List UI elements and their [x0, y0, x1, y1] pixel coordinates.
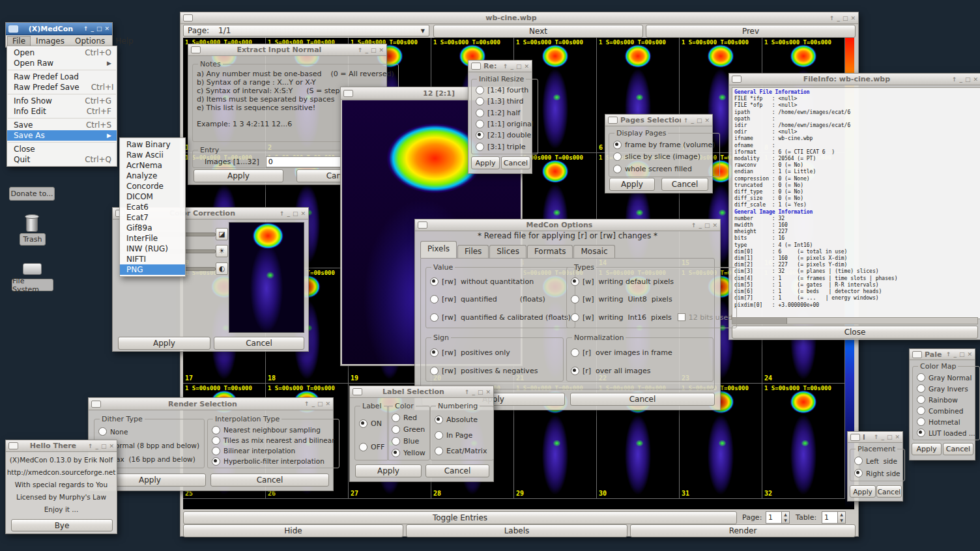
radio-icon[interactable]: [476, 120, 484, 128]
radio-option[interactable]: Green: [392, 425, 425, 434]
close-icon[interactable]: ✕: [895, 434, 900, 440]
radio-icon[interactable]: [917, 384, 925, 393]
scrollbar-thumb[interactable]: [732, 318, 787, 324]
minimize-icon[interactable]: _: [837, 15, 840, 21]
window-icon[interactable]: [8, 442, 18, 449]
radio-option[interactable]: [rw] positives only: [430, 348, 559, 357]
menu-item[interactable]: OpenCtrl+O: [7, 48, 117, 58]
gamma-icon[interactable]: ◪: [216, 228, 228, 240]
minimize-icon[interactable]: _: [472, 389, 475, 395]
submenu-item-concorde[interactable]: Concorde: [120, 181, 185, 191]
menu-item[interactable]: Raw Predef SaveCtrl+I: [7, 82, 117, 92]
cancel-button[interactable]: Cancel: [943, 443, 973, 455]
radio-option[interactable]: Gray Normal: [917, 373, 975, 382]
shade-icon[interactable]: ↑: [952, 76, 957, 83]
window-icon[interactable]: [418, 221, 427, 229]
menubar-item-help[interactable]: Help: [110, 36, 138, 46]
submenu-item-nifti[interactable]: NIFTI: [120, 254, 185, 264]
radio-option[interactable]: Right side: [854, 469, 901, 477]
radio-option[interactable]: Combined: [917, 406, 975, 415]
radio-icon[interactable]: [917, 406, 925, 415]
submenu-item-ecat6[interactable]: Ecat6: [120, 202, 185, 212]
minimize-icon[interactable]: _: [881, 434, 884, 440]
labels-button[interactable]: Labels: [406, 524, 627, 537]
hide-button[interactable]: Hide: [183, 524, 403, 537]
submenu-item-dicom[interactable]: DICOM: [120, 191, 185, 202]
radio-option[interactable]: [1:3] third: [476, 97, 534, 106]
radio-option[interactable]: Ecat/Matrix: [435, 447, 489, 455]
tab-formats[interactable]: Formats: [527, 245, 573, 258]
tab-mosaic[interactable]: Mosaic: [573, 245, 614, 258]
apply-button[interactable]: Apply: [194, 169, 283, 182]
close-icon[interactable]: ✕: [104, 25, 109, 32]
radio-icon[interactable]: [392, 449, 400, 457]
shade-icon[interactable]: ↑: [946, 351, 951, 358]
radio-icon[interactable]: [613, 141, 622, 149]
cancel-button[interactable]: Cancel: [501, 156, 530, 169]
spin-down-icon[interactable]: ▼: [838, 518, 845, 524]
radio-icon[interactable]: [212, 447, 220, 455]
maximize-icon[interactable]: □: [478, 389, 483, 395]
close-icon[interactable]: ✕: [524, 63, 529, 70]
window-icon[interactable]: [850, 434, 860, 441]
radio-option[interactable]: Left side: [854, 457, 901, 465]
radio-icon[interactable]: [854, 469, 863, 477]
radio-icon[interactable]: [613, 165, 622, 173]
close-icon[interactable]: ✕: [712, 222, 717, 229]
radio-option[interactable]: [w] writing Int16 pixels12 bits used: [571, 313, 732, 322]
menu-item[interactable]: SaveCtrl+S: [7, 120, 117, 130]
radio-icon[interactable]: [212, 457, 220, 466]
shade-icon[interactable]: ↑: [503, 63, 508, 70]
menu-item[interactable]: Info EditCtrl+F: [7, 106, 117, 117]
close-icon[interactable]: ✕: [379, 47, 384, 53]
menu-item[interactable]: QuitCtrl+Q: [7, 154, 117, 165]
shade-icon[interactable]: ↑: [280, 210, 285, 217]
window-icon[interactable]: [353, 388, 362, 395]
radio-icon[interactable]: [212, 436, 220, 445]
cancel-button[interactable]: Cancel: [214, 337, 304, 350]
apply-button[interactable]: Apply: [471, 156, 500, 169]
apply-button[interactable]: Apply: [609, 178, 655, 191]
maximize-icon[interactable]: □: [96, 25, 102, 32]
page-spinner[interactable]: 1 ▲▼: [766, 511, 790, 524]
cancel-button[interactable]: Cancel: [425, 464, 489, 477]
radio-option[interactable]: Gray Invers: [917, 384, 975, 393]
submenu-item-gif89a[interactable]: Gif89a: [120, 223, 185, 233]
maximize-icon[interactable]: □: [697, 117, 702, 124]
shade-icon[interactable]: ↑: [874, 434, 879, 440]
radio-option[interactable]: [rw] quantified (floats): [430, 295, 571, 304]
horizontal-scrollbar[interactable]: [732, 317, 978, 324]
window-icon[interactable]: [732, 76, 742, 83]
submenu-item-ecat7[interactable]: Ecat7: [120, 212, 185, 223]
close-icon[interactable]: ✕: [325, 401, 330, 407]
maximize-icon[interactable]: □: [887, 434, 893, 440]
radio-option[interactable]: Rainbow: [917, 395, 975, 404]
submenu-item-acrnema[interactable]: AcrNema: [120, 160, 185, 171]
submenu-item-png[interactable]: PNG: [120, 264, 185, 275]
radio-option[interactable]: Nearest neighbour sampling: [212, 426, 335, 434]
maximize-icon[interactable]: □: [516, 63, 522, 70]
radio-icon[interactable]: [476, 143, 484, 151]
radio-option[interactable]: ON: [359, 419, 384, 428]
spin-up-icon[interactable]: ▲: [838, 512, 845, 518]
radio-icon[interactable]: [435, 431, 443, 440]
radio-icon[interactable]: [571, 313, 579, 322]
menubar-item-file[interactable]: File: [7, 36, 31, 46]
radio-option[interactable]: [r] over all images: [571, 367, 709, 375]
cancel-button[interactable]: Cancel: [210, 473, 329, 487]
radio-icon[interactable]: [571, 295, 579, 304]
minimize-icon[interactable]: _: [365, 47, 368, 53]
close-button[interactable]: Close: [732, 326, 978, 339]
apply-button[interactable]: Apply: [118, 337, 210, 350]
window-icon[interactable]: [8, 25, 18, 33]
minimize-icon[interactable]: _: [953, 351, 957, 358]
radio-option[interactable]: [w] writing Uint8 pixels: [571, 295, 732, 304]
shade-icon[interactable]: ↑: [684, 117, 689, 124]
close-icon[interactable]: ✕: [704, 117, 710, 124]
minimize-icon[interactable]: _: [91, 25, 94, 32]
cancel-button[interactable]: Cancel: [876, 485, 902, 498]
maximize-icon[interactable]: □: [101, 443, 107, 449]
radio-option[interactable]: Hyperbolic-filter interpolation: [212, 457, 335, 466]
radio-icon[interactable]: [917, 373, 925, 382]
maximize-icon[interactable]: □: [293, 210, 298, 217]
